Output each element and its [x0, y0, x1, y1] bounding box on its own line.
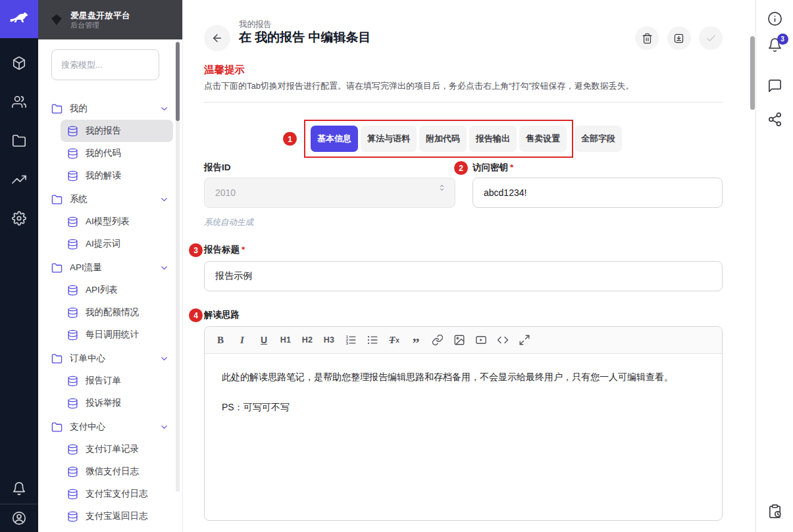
sidebar-group-help-docs[interactable]: 帮助文档: [51, 529, 173, 532]
platform-logo[interactable]: [0, 0, 38, 38]
unordered-list-button[interactable]: [365, 331, 380, 349]
sidebar-group-my[interactable]: 我的: [51, 97, 173, 120]
back-button[interactable]: [204, 25, 230, 51]
sidebar-group-payment-center[interactable]: 支付中心: [51, 416, 173, 438]
bold-button[interactable]: B: [213, 331, 228, 349]
user-circle-icon[interactable]: [12, 511, 26, 525]
tab-extra-code[interactable]: 附加代码: [419, 126, 467, 152]
code-button[interactable]: [495, 331, 511, 349]
code-icon: [497, 334, 509, 346]
clear-format-button[interactable]: Tx: [386, 331, 402, 349]
diamond-logo-icon: [49, 12, 64, 27]
rail-bottom: [0, 481, 38, 532]
sidebar-item-ai-model-list[interactable]: AI模型列表: [61, 210, 173, 233]
report-title-label-text: 报告标题: [204, 245, 240, 254]
sidebar-item-alipay-return-logs[interactable]: 支付宝返回日志: [61, 505, 173, 527]
database-icon: [67, 126, 78, 137]
sidebar-item-api-list[interactable]: API列表: [61, 279, 173, 301]
sidebar-item-my-code[interactable]: 我的代码: [61, 142, 173, 164]
video-button[interactable]: [473, 331, 489, 349]
rail-divider: [0, 504, 38, 504]
save-button[interactable]: [667, 26, 691, 50]
item-label: 我的代码: [86, 147, 166, 159]
info-button[interactable]: [767, 11, 782, 29]
report-title-input[interactable]: [204, 261, 723, 291]
sidebar-item-daily-call-stats[interactable]: 每日调用统计: [61, 324, 173, 346]
box-icon[interactable]: [12, 56, 26, 70]
blockquote-button[interactable]: ”: [408, 331, 424, 349]
chevron-down-icon: [159, 354, 169, 364]
link-button[interactable]: [430, 331, 446, 349]
main-scrollbar-thumb[interactable]: [750, 36, 755, 110]
sidebar-item-report-orders[interactable]: 报告订单: [61, 370, 173, 392]
tab-basic-info[interactable]: 基本信息: [311, 126, 358, 152]
sidebar-body: 我的 我的报告 我的代码 我的解读 系统: [38, 39, 182, 532]
icon-rail: [0, 0, 38, 532]
bell-icon[interactable]: [12, 481, 26, 496]
gear-icon[interactable]: [12, 211, 26, 226]
sidebar-item-alipay-pay-logs[interactable]: 支付宝支付日志: [61, 483, 173, 505]
sidebar-item-my-interpretation[interactable]: 我的解读: [61, 164, 173, 187]
underline-button[interactable]: U: [256, 331, 272, 349]
italic-button[interactable]: I: [234, 331, 250, 349]
database-icon: [67, 489, 78, 500]
share-button[interactable]: [767, 112, 782, 130]
access-key-input[interactable]: [473, 178, 723, 208]
sidebar-scrollbar-track: [176, 41, 180, 492]
app-window: 爱星盘开放平台 后台管理 我的 我的报告 我的代码: [0, 0, 793, 532]
item-label: 我的报告: [86, 125, 166, 137]
arrow-left-icon: [211, 32, 223, 44]
report-id-label: 报告ID: [204, 162, 231, 174]
report-title-label: 报告标题*: [204, 244, 245, 256]
history-button[interactable]: [767, 504, 782, 521]
group-label: 系统: [70, 193, 152, 205]
tab-report-output[interactable]: 报告输出: [469, 126, 517, 152]
image-button[interactable]: [451, 331, 467, 349]
heading3-button[interactable]: H3: [321, 331, 337, 349]
folder-icon: [51, 353, 63, 364]
link-icon: [432, 334, 444, 346]
notice-body: 点击下面的Tab切换对报告进行配置。请在填写完弹出的项目后，务必点击右上角“打勾…: [204, 80, 634, 92]
feedback-button[interactable]: [767, 78, 782, 96]
stepper-up-down-icon[interactable]: [437, 183, 447, 193]
item-label: 每日调用统计: [86, 329, 166, 341]
group-label: 我的: [70, 103, 152, 114]
heading1-button[interactable]: H1: [278, 331, 294, 349]
tab-algorithm-corpus[interactable]: 算法与语料: [361, 126, 417, 152]
annotation-step-2: 2: [454, 161, 468, 175]
sidebar-group-order-center[interactable]: 订单中心: [51, 347, 173, 370]
folder-icon[interactable]: [12, 133, 26, 148]
sidebar-item-my-quota[interactable]: 我的配额情况: [61, 301, 173, 324]
sidebar-group-api-traffic[interactable]: API流量: [51, 256, 173, 279]
fullscreen-button[interactable]: [517, 331, 532, 349]
sidebar-item-wechat-pay-logs[interactable]: 微信支付日志: [61, 460, 173, 483]
tab-all-fields[interactable]: 全部字段: [575, 126, 622, 152]
delete-button[interactable]: [635, 26, 659, 50]
search-input[interactable]: [51, 49, 159, 80]
sidebar-item-my-reports[interactable]: 我的报告: [61, 120, 173, 142]
tab-sale-settings[interactable]: 售卖设置: [519, 126, 567, 152]
trash-icon: [642, 33, 653, 44]
folder-icon: [51, 103, 63, 114]
item-label: 报告订单: [86, 375, 166, 387]
notifications-button[interactable]: 3: [767, 37, 782, 55]
sidebar-scrollbar-thumb[interactable]: [176, 42, 180, 121]
trending-up-icon[interactable]: [12, 172, 26, 187]
folder-icon: [51, 262, 63, 274]
editor-content[interactable]: 此处的解读思路笔记，是帮助您整理报告编辑思路和存档备用，不会显示给最终用户，只有…: [205, 354, 722, 520]
ordered-list-button[interactable]: [343, 331, 359, 349]
users-icon[interactable]: [12, 95, 26, 109]
confirm-button[interactable]: [699, 26, 723, 50]
heading2-button[interactable]: H2: [299, 331, 315, 349]
sidebar-item-complaints[interactable]: 投诉举报: [61, 392, 173, 414]
report-id-helper: 系统自动生成: [204, 217, 253, 228]
notification-badge: 3: [777, 34, 788, 45]
platform-title: 爱星盘开放平台: [70, 10, 130, 22]
sidebar-group-system[interactable]: 系统: [51, 188, 173, 210]
editor-toolbar: B I U H1 H2 H3 Tx ”: [205, 327, 722, 354]
unordered-list-icon: [367, 334, 378, 346]
ordered-list-icon: [345, 334, 357, 346]
chevron-down-icon: [159, 422, 169, 432]
sidebar-item-payment-order-records[interactable]: 支付订单记录: [61, 438, 173, 460]
sidebar-item-ai-prompts[interactable]: AI提示词: [61, 233, 173, 255]
